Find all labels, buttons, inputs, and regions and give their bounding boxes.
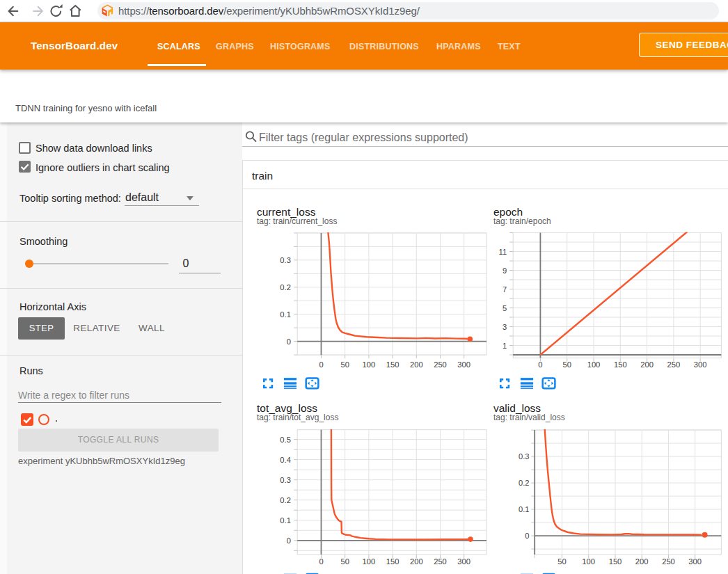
svg-text:200: 200 [640, 360, 654, 369]
svg-text:50: 50 [340, 360, 349, 369]
svg-text:3: 3 [503, 323, 507, 331]
svg-text:0.2: 0.2 [280, 496, 291, 504]
svg-text:50: 50 [557, 557, 566, 566]
svg-text:150: 150 [386, 360, 399, 369]
svg-text:150: 150 [609, 557, 622, 566]
svg-text:7: 7 [503, 285, 507, 294]
svg-text:250: 250 [434, 557, 447, 566]
svg-text:150: 150 [386, 557, 399, 566]
svg-text:0.4: 0.4 [280, 456, 291, 464]
svg-text:0.1: 0.1 [280, 516, 291, 525]
svg-text:0.3: 0.3 [280, 256, 291, 264]
svg-text:100: 100 [363, 360, 376, 369]
svg-text:0.1: 0.1 [280, 310, 291, 319]
svg-text:150: 150 [614, 360, 627, 369]
svg-text:250: 250 [434, 360, 447, 369]
svg-text:300: 300 [457, 360, 470, 369]
svg-text:50: 50 [340, 557, 349, 566]
svg-text:0: 0 [319, 360, 323, 369]
svg-text:0.2: 0.2 [519, 479, 530, 487]
svg-text:300: 300 [457, 557, 470, 566]
svg-text:0.3: 0.3 [519, 452, 530, 461]
svg-text:0: 0 [319, 557, 323, 566]
svg-text:50: 50 [562, 360, 571, 369]
svg-text:100: 100 [363, 557, 376, 566]
svg-text:0.3: 0.3 [280, 476, 291, 484]
svg-text:0: 0 [538, 360, 542, 369]
svg-text:250: 250 [667, 360, 681, 369]
svg-text:300: 300 [694, 360, 707, 369]
svg-text:5: 5 [503, 304, 507, 312]
svg-text:0.1: 0.1 [519, 505, 530, 513]
svg-text:250: 250 [662, 557, 675, 566]
svg-text:0: 0 [525, 532, 529, 540]
svg-text:0.5: 0.5 [280, 436, 291, 444]
svg-text:200: 200 [635, 557, 649, 566]
svg-text:0: 0 [287, 337, 291, 346]
svg-text:0: 0 [287, 536, 291, 545]
svg-text:100: 100 [582, 557, 595, 566]
svg-text:0.2: 0.2 [280, 283, 291, 292]
svg-text:200: 200 [410, 557, 423, 566]
svg-text:100: 100 [587, 360, 601, 369]
svg-text:200: 200 [410, 360, 423, 369]
svg-text:1: 1 [503, 342, 507, 350]
svg-text:9: 9 [503, 266, 507, 275]
svg-text:11: 11 [499, 248, 507, 256]
svg-text:300: 300 [688, 557, 702, 566]
